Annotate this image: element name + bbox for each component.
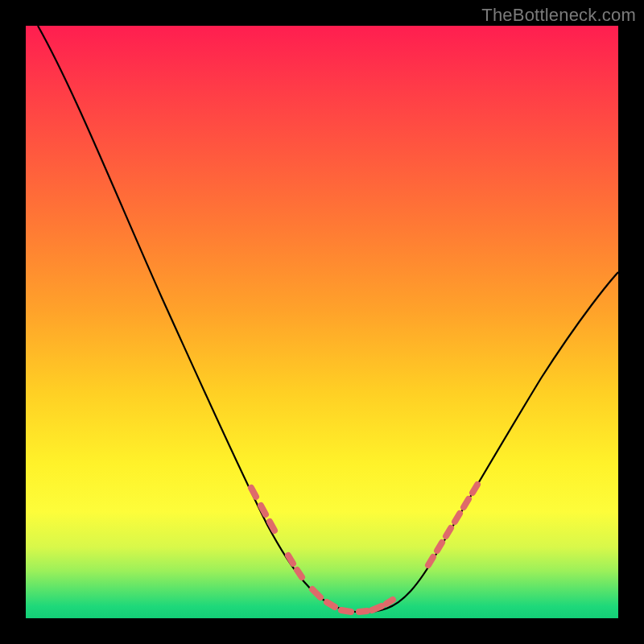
dots-group bbox=[251, 485, 477, 612]
chart-svg bbox=[26, 26, 618, 618]
watermark-text: TheBottleneck.com bbox=[481, 5, 636, 26]
curve-path bbox=[38, 26, 618, 613]
plot-area bbox=[26, 26, 618, 618]
chart-frame: TheBottleneck.com bbox=[0, 0, 644, 644]
